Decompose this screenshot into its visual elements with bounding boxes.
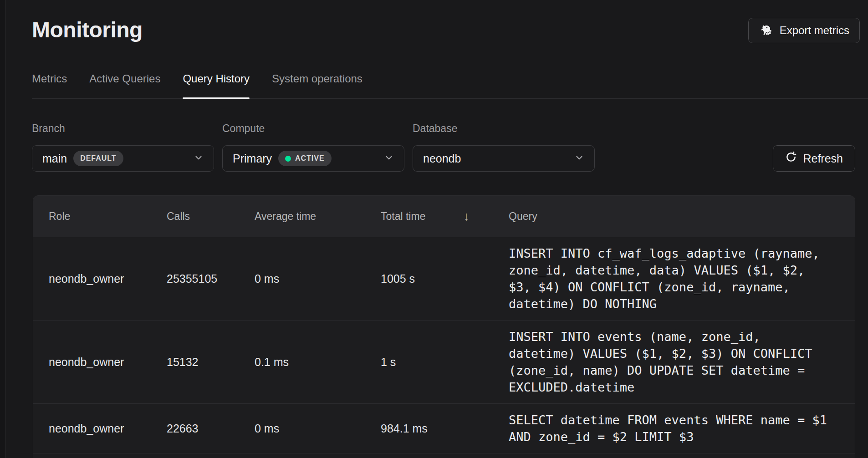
tab-active-queries[interactable]: Active Queries xyxy=(89,72,160,98)
filter-bar: Branch main DEFAULT Compute Primary ACTI… xyxy=(32,122,855,172)
cell-total-time: 1 s xyxy=(381,356,509,369)
table-header-row: Role Calls Average time Total time ↓ Que… xyxy=(33,196,855,237)
tab-query-history[interactable]: Query History xyxy=(183,72,250,98)
sort-desc-arrow-icon[interactable]: ↓ xyxy=(464,209,470,224)
cell-role: neondb_owner xyxy=(33,356,167,369)
branch-label: Branch xyxy=(32,122,214,135)
export-metrics-label: Export metrics xyxy=(780,24,849,37)
table-row[interactable]: neondb_owner 22663 0 ms 984.1 ms SELECT … xyxy=(33,403,855,453)
active-status-label: ACTIVE xyxy=(295,154,324,163)
compute-filter: Compute Primary ACTIVE xyxy=(222,122,404,172)
export-metrics-button[interactable]: Export metrics xyxy=(748,18,860,43)
table-body: neondb_owner 25355105 0 ms 1005 s INSERT… xyxy=(33,237,855,458)
database-value: neondb xyxy=(423,152,461,165)
monitoring-page: Monitoring Export metrics Metrics Active… xyxy=(6,0,868,458)
chevron-down-icon xyxy=(384,153,394,164)
chevron-down-icon xyxy=(194,153,204,164)
branch-select[interactable]: main DEFAULT xyxy=(32,145,214,172)
tab-system-operations[interactable]: System operations xyxy=(272,72,363,98)
cell-average-time: 0 ms xyxy=(255,422,381,435)
page-header: Monitoring Export metrics xyxy=(6,0,868,44)
cell-average-time: 0 ms xyxy=(255,272,381,285)
database-filter: Database neondb xyxy=(413,122,595,172)
cell-total-time: 1005 s xyxy=(381,272,509,285)
column-header-query[interactable]: Query xyxy=(509,210,855,223)
chevron-down-icon xyxy=(574,153,584,164)
table-row-partial[interactable] xyxy=(33,453,855,458)
branch-filter: Branch main DEFAULT xyxy=(32,122,214,172)
sidebar-edge xyxy=(0,0,6,458)
database-select[interactable]: neondb xyxy=(413,145,595,172)
compute-value: Primary xyxy=(233,152,272,165)
default-badge: DEFAULT xyxy=(73,151,123,166)
column-header-average-time[interactable]: Average time xyxy=(255,210,381,223)
cell-query: INSERT INTO cf_waf_logs_adaptive (raynam… xyxy=(509,237,855,320)
cell-average-time: 0.1 ms xyxy=(255,356,381,369)
compute-label: Compute xyxy=(222,122,404,135)
cell-query: SELECT datetime FROM events WHERE name =… xyxy=(509,404,855,453)
active-status-badge: ACTIVE xyxy=(278,151,331,166)
tab-bar: Metrics Active Queries Query History Sys… xyxy=(32,72,868,99)
cell-query: INSERT INTO events (name, zone_id, datet… xyxy=(509,321,855,403)
column-header-calls[interactable]: Calls xyxy=(167,210,255,223)
database-label: Database xyxy=(413,122,595,135)
page-title: Monitoring xyxy=(32,16,143,44)
table-row[interactable]: neondb_owner 15132 0.1 ms 1 s INSERT INT… xyxy=(33,320,855,403)
refresh-icon xyxy=(785,151,797,166)
table-row[interactable]: neondb_owner 25355105 0 ms 1005 s INSERT… xyxy=(33,237,855,320)
cell-calls: 15132 xyxy=(167,356,255,369)
active-status-dot-icon xyxy=(285,156,291,162)
refresh-label: Refresh xyxy=(803,152,843,165)
datadog-icon xyxy=(759,23,774,38)
cell-role: neondb_owner xyxy=(33,272,167,285)
branch-value: main xyxy=(42,152,67,165)
cell-role: neondb_owner xyxy=(33,422,167,435)
column-header-role[interactable]: Role xyxy=(33,210,167,223)
compute-select[interactable]: Primary ACTIVE xyxy=(222,145,404,172)
cell-calls: 22663 xyxy=(167,422,255,435)
column-header-total-time[interactable]: Total time ↓ xyxy=(381,209,509,224)
refresh-button[interactable]: Refresh xyxy=(773,145,855,172)
tab-metrics[interactable]: Metrics xyxy=(32,72,67,98)
total-time-label: Total time xyxy=(381,210,425,223)
cell-total-time: 984.1 ms xyxy=(381,422,509,435)
cell-calls: 25355105 xyxy=(167,272,255,285)
query-history-table: Role Calls Average time Total time ↓ Que… xyxy=(33,195,855,458)
